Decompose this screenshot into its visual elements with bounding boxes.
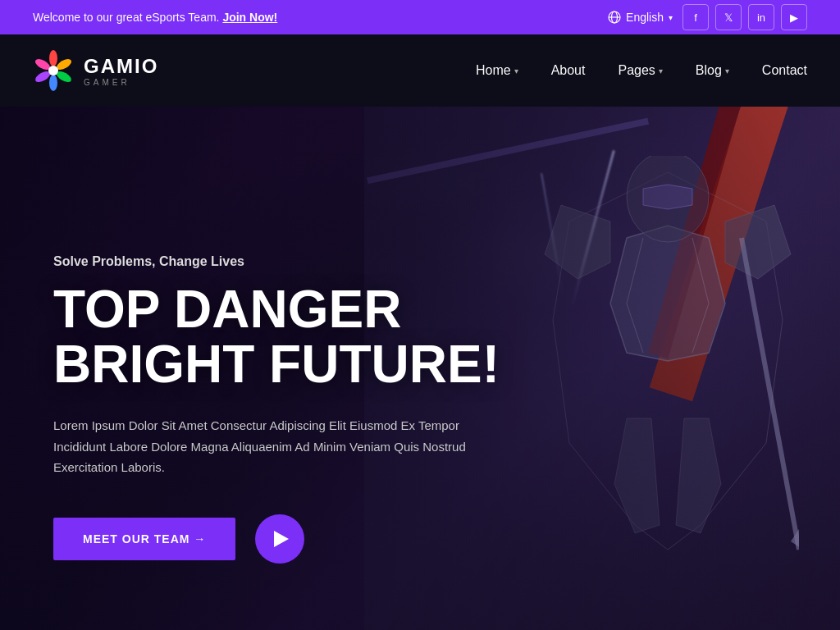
youtube-icon[interactable]: ▶	[781, 4, 807, 30]
language-selector[interactable]: English ▾	[608, 11, 673, 24]
chevron-down-icon: ▾	[669, 13, 673, 22]
logo[interactable]: GAMIO GAMER	[33, 50, 158, 91]
hero-actions: MEET OUR TEAM →	[53, 514, 500, 564]
chevron-down-icon: ▾	[725, 66, 729, 75]
globe-icon	[608, 11, 621, 24]
linkedin-icon[interactable]: in	[748, 4, 774, 30]
hero-title-line2: BRIGHT FUTURE!	[53, 335, 500, 394]
social-icons: f 𝕏 in ▶	[682, 4, 807, 30]
nav-about[interactable]: About	[551, 63, 586, 78]
top-bar-right: English ▾ f 𝕏 in ▶	[608, 4, 807, 30]
language-label: English	[626, 11, 664, 24]
nav-pages[interactable]: Pages ▾	[618, 63, 662, 78]
chevron-down-icon: ▾	[514, 66, 518, 75]
hero-description: Lorem Ipsum Dolor Sit Amet Consectur Adi…	[53, 415, 496, 478]
join-now-link[interactable]: Join Now!	[222, 11, 277, 24]
top-bar: Welcome to our great eSports Team. Join …	[0, 0, 840, 34]
hero-tagline: Solve Problems, Change Lives	[53, 254, 500, 269]
chevron-down-icon: ▾	[659, 66, 663, 75]
logo-text: GAMIO GAMER	[84, 55, 158, 87]
play-icon	[274, 531, 289, 547]
nav-home[interactable]: Home ▾	[476, 63, 518, 78]
meet-team-button[interactable]: MEET OUR TEAM →	[53, 518, 235, 560]
hero-title: TOP DANGER BRIGHT FUTURE!	[53, 282, 500, 392]
nav-contact[interactable]: Contact	[762, 63, 807, 78]
hero-content: Solve Problems, Change Lives TOP DANGER …	[53, 254, 500, 564]
hero-title-line1: TOP DANGER	[53, 280, 401, 339]
logo-subtitle: GAMER	[84, 78, 158, 87]
play-video-button[interactable]	[255, 514, 304, 564]
logo-icon	[33, 50, 74, 91]
nav-links: Home ▾ About Pages ▾ Blog ▾ Contact	[476, 63, 807, 78]
logo-title: GAMIO	[84, 55, 158, 78]
nav-blog[interactable]: Blog ▾	[696, 63, 729, 78]
welcome-message: Welcome to our great eSports Team. Join …	[33, 11, 277, 24]
svg-point-4	[49, 50, 57, 66]
facebook-icon[interactable]: f	[682, 4, 709, 30]
twitter-icon[interactable]: 𝕏	[715, 4, 742, 30]
hero-section: Solve Problems, Change Lives TOP DANGER …	[0, 107, 840, 630]
svg-point-7	[49, 75, 57, 91]
welcome-text: Welcome to our great eSports Team.	[33, 11, 219, 24]
navbar: GAMIO GAMER Home ▾ About Pages ▾ Blog ▾ …	[0, 34, 840, 107]
svg-point-10	[48, 66, 58, 75]
